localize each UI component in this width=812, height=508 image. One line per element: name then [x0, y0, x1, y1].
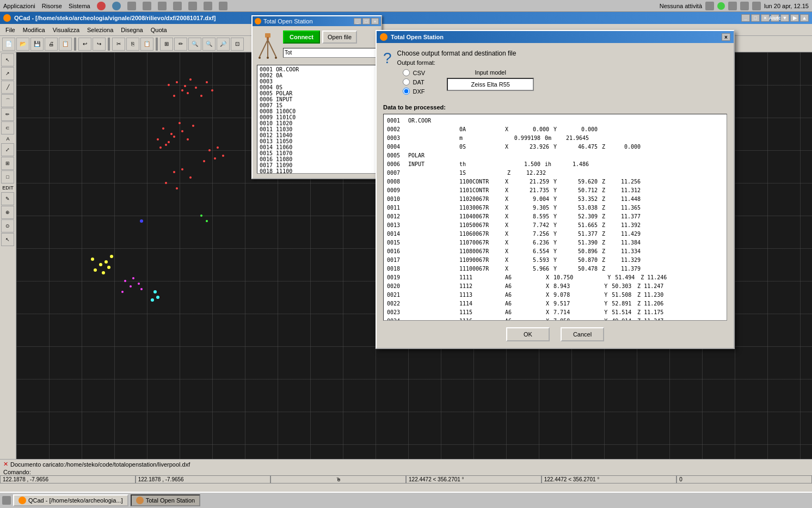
toolbar-zoom-in[interactable]: 🔎 — [217, 38, 230, 51]
app-menu-applicazioni[interactable]: Applicazioni — [3, 3, 35, 9]
sys-icon-1[interactable] — [97, 2, 106, 10]
tos-dialog-close-button[interactable]: × — [722, 33, 730, 41]
menu-seleziona[interactable]: Seleziona — [84, 26, 116, 34]
menu-file[interactable]: File — [2, 26, 19, 34]
menu-modifica[interactable]: Modifica — [20, 26, 48, 34]
qcad-minimize-button[interactable]: _ — [741, 14, 750, 22]
svg-point-57 — [275, 57, 277, 59]
sys-icon-3[interactable] — [127, 2, 136, 10]
sys-icon-9[interactable] — [219, 2, 227, 10]
data-table[interactable]: 0001OR.COOR00020AX0.000Y0.0000003m0.9991… — [383, 114, 727, 321]
left-btn-move[interactable]: ⤢ — [1, 143, 14, 156]
left-btn-cursor[interactable]: ↖ — [1, 233, 14, 246]
svg-point-21 — [173, 171, 175, 173]
tos-small-list-item: 0012 11040 — [259, 132, 375, 138]
tos-small-close[interactable]: × — [371, 18, 379, 25]
toolbar-separator-2 — [108, 38, 110, 51]
format-options: CSV DAT DXF — [403, 69, 426, 95]
menu-disegna[interactable]: Disegna — [118, 26, 146, 34]
svg-point-9 — [211, 89, 213, 91]
toolbar-undo[interactable]: ↩ — [78, 38, 91, 51]
left-btn-prop[interactable]: ⊙ — [1, 219, 14, 232]
left-btn-arrow[interactable]: ↖ — [1, 53, 14, 66]
toolbar-cut[interactable]: ✂ — [112, 38, 125, 51]
table-row: 00211113A6X9.078Y51.508Z 11.230 — [386, 291, 724, 299]
toolbar-grid[interactable]: ⊞ — [160, 38, 173, 51]
cancel-button[interactable]: Cancel — [561, 327, 604, 341]
app-menu-risorse[interactable]: Risorse — [42, 3, 62, 9]
format-dat-option[interactable]: DAT — [403, 78, 426, 85]
connect-button[interactable]: Connect — [283, 30, 320, 44]
toolbar-copy[interactable]: ⎘ — [126, 38, 139, 51]
sys-icon-5[interactable] — [158, 2, 167, 10]
sys-icon-green — [717, 2, 725, 10]
left-btn-line[interactable]: ╱ — [1, 81, 14, 94]
toolbar-open[interactable]: 📂 — [16, 38, 29, 51]
svg-point-11 — [170, 133, 173, 135]
svg-point-43 — [200, 215, 202, 217]
toolbar-redo[interactable]: ↪ — [93, 38, 106, 51]
taskbar-tos[interactable]: Total Open Station — [131, 494, 201, 506]
sys-icon-6[interactable] — [173, 2, 182, 10]
svg-point-55 — [259, 57, 261, 59]
svg-point-40 — [153, 290, 157, 293]
table-row: 001511070067RX6.236Y51.390Z11.384 — [386, 238, 724, 247]
svg-point-7 — [200, 95, 202, 97]
qcad-help-button[interactable]: Aiuto — [771, 14, 779, 22]
format-csv-option[interactable]: CSV — [403, 69, 426, 76]
svg-point-36 — [138, 283, 140, 285]
tos-small-data-list[interactable]: 0001 OR.COOR0002 0A00030004 0S0005 POLAR… — [257, 65, 377, 174]
dialog-header-title: Choose output format and destination fil… — [397, 50, 534, 57]
qcad-right-btn[interactable]: ▶ — [790, 14, 799, 22]
tos-small-maximize[interactable]: □ — [362, 18, 370, 25]
left-btn-lasso[interactable]: ⊂ — [1, 121, 14, 134]
table-row: 001411060067RX7.256Y51.377Z11.429 — [386, 230, 724, 238]
taskbar-start-icon[interactable] — [2, 496, 11, 505]
tos-small-window: Total Open Station _ □ × — [251, 15, 382, 179]
open-file-button[interactable]: Open file — [322, 30, 357, 44]
table-row: 001611080067RX6.554Y50.896Z11.334 — [386, 247, 724, 256]
sys-icon-8[interactable] — [204, 2, 212, 10]
toolbar-draw[interactable]: ✏ — [174, 38, 187, 51]
left-btn-grid2[interactable]: ⊞ — [1, 157, 14, 170]
toolbar-zoom-out[interactable]: 🔍 — [202, 38, 216, 51]
menu-quota[interactable]: Quota — [147, 26, 170, 34]
left-btn-pen[interactable]: ✏ — [1, 108, 14, 121]
format-dat-radio[interactable] — [403, 78, 410, 85]
toolbar-save[interactable]: 💾 — [30, 38, 44, 51]
app-menu-sistema[interactable]: Sistema — [69, 3, 90, 9]
left-btn-rotate[interactable]: ↗ — [1, 67, 14, 80]
sys-icon-4[interactable] — [143, 2, 151, 10]
svg-point-13 — [157, 138, 159, 140]
toolbar-search[interactable]: 🔍 — [188, 38, 201, 51]
format-dxf-radio[interactable] — [403, 88, 410, 95]
coord-1b: 122.1878 , -7.9656 — [136, 475, 271, 483]
toolbar-paste[interactable]: 📋 — [140, 38, 153, 51]
question-icon: ? — [383, 50, 392, 67]
toolbar-print2[interactable]: 📋 — [59, 38, 72, 51]
toolbar-print[interactable]: 🖨 — [45, 38, 58, 51]
table-row: 001011020067RX9.004Y53.352Z11.448 — [386, 195, 724, 204]
ok-button[interactable]: OK — [506, 327, 550, 341]
sys-icon-2[interactable] — [112, 2, 121, 10]
tos-small-minimize[interactable]: _ — [354, 18, 361, 25]
qcad-arrow-btn[interactable]: ▼ — [780, 14, 789, 22]
status-icon: ✕ — [3, 461, 8, 468]
left-btn-edit[interactable]: ✎ — [1, 192, 14, 205]
menu-visualizza[interactable]: Visualizza — [50, 26, 83, 34]
table-row: 00071SZ12.232 — [386, 169, 724, 178]
svg-point-44 — [206, 220, 208, 222]
qcad-expand-btn[interactable]: ▲ — [800, 14, 809, 22]
left-btn-box[interactable]: □ — [1, 170, 14, 183]
toolbar-zoom-fit[interactable]: ⊡ — [231, 38, 244, 51]
format-csv-radio[interactable] — [403, 69, 410, 76]
tos-partial-label: Tot — [283, 48, 377, 58]
tos-small-list-item: 0016 11080 — [259, 156, 375, 162]
taskbar-qcad[interactable]: QCad - [/home/steko/archeologia...] — [13, 494, 128, 506]
qcad-maximize-button[interactable]: □ — [751, 14, 760, 22]
format-dxf-option[interactable]: DXF — [403, 88, 426, 95]
left-btn-snap[interactable]: ⊕ — [1, 206, 14, 219]
left-btn-arc[interactable]: ⌒ — [1, 94, 14, 107]
toolbar-new[interactable]: 📄 — [2, 38, 15, 51]
sys-icon-7[interactable] — [188, 2, 197, 10]
